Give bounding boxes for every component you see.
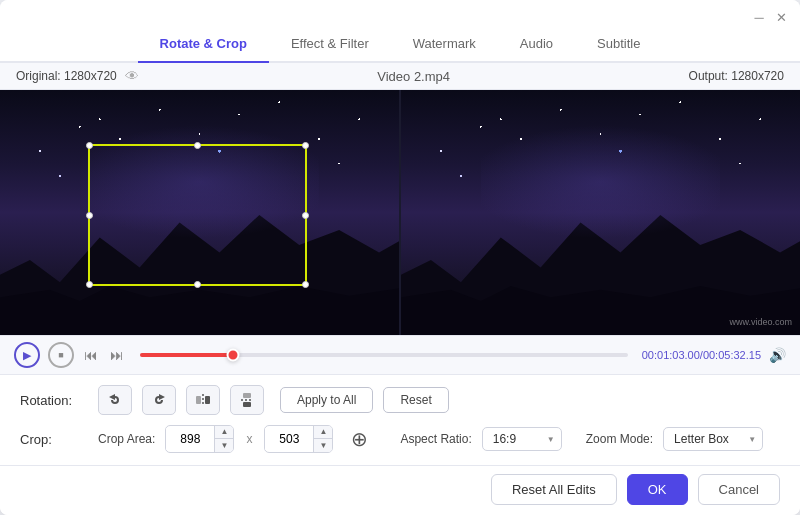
close-button[interactable]: ✕ <box>774 10 788 24</box>
tab-effect-filter[interactable]: Effect & Filter <box>269 28 391 63</box>
original-label: Original: 1280x720 <box>16 69 117 83</box>
crop-height-down-button[interactable]: ▼ <box>314 439 332 452</box>
crop-label: Crop: <box>20 432 88 447</box>
tabs-bar: Rotate & Crop Effect & Filter Watermark … <box>0 28 800 63</box>
apply-to-all-button[interactable]: Apply to All <box>280 387 373 413</box>
rotation-row: Rotation: <box>20 385 780 415</box>
reset-all-edits-button[interactable]: Reset All Edits <box>491 474 617 505</box>
cancel-button[interactable]: Cancel <box>698 474 780 505</box>
crop-width-spinners: ▲ ▼ <box>214 426 233 452</box>
tab-audio[interactable]: Audio <box>498 28 575 63</box>
output-label: Output: 1280x720 <box>689 69 784 83</box>
progress-track[interactable] <box>140 353 628 357</box>
x-separator: x <box>246 432 252 446</box>
flip-vertical-button[interactable] <box>230 385 264 415</box>
info-bar: Original: 1280x720 👁 Video 2.mp4 Output:… <box>0 63 800 90</box>
crop-area-label: Crop Area: <box>98 432 155 446</box>
svg-rect-5 <box>205 396 210 404</box>
rotate-right-button[interactable] <box>142 385 176 415</box>
time-display: 00:01:03.00/00:05:32.15 <box>642 349 761 361</box>
skip-forward-button[interactable]: ⏭ <box>108 347 126 363</box>
title-bar: ─ ✕ <box>0 0 800 28</box>
watermark-text: www.video.com <box>729 317 792 327</box>
playback-bar: ▶ ■ ⏮ ⏭ 00:01:03.00/00:05:32.15 🔊 <box>0 335 800 374</box>
svg-rect-4 <box>196 396 201 404</box>
crop-height-up-button[interactable]: ▲ <box>314 426 332 439</box>
svg-rect-7 <box>243 393 251 398</box>
ok-button[interactable]: OK <box>627 474 688 505</box>
crop-width-up-button[interactable]: ▲ <box>215 426 233 439</box>
aspect-ratio-select[interactable]: 16:9 4:3 1:1 9:16 Free <box>482 427 562 451</box>
window-controls: ─ ✕ <box>752 10 788 24</box>
mountain-silhouette-right <box>401 200 800 335</box>
crop-width-input-group: ▲ ▼ <box>165 425 234 453</box>
preview-left <box>0 90 399 335</box>
mountain-silhouette <box>0 200 399 335</box>
zoom-mode-select[interactable]: Letter Box Pan & Scan Full Screen <box>663 427 763 451</box>
tab-rotate-crop[interactable]: Rotate & Crop <box>138 28 269 63</box>
crop-width-down-button[interactable]: ▼ <box>215 439 233 452</box>
zoom-mode-select-wrapper: Letter Box Pan & Scan Full Screen <box>663 427 763 451</box>
flip-horizontal-button[interactable] <box>186 385 220 415</box>
aspect-ratio-select-wrapper: 16:9 4:3 1:1 9:16 Free <box>482 427 562 451</box>
volume-icon[interactable]: 🔊 <box>769 347 786 363</box>
crop-height-input-group: ▲ ▼ <box>264 425 333 453</box>
crop-height-input[interactable] <box>265 428 313 450</box>
reset-button[interactable]: Reset <box>383 387 448 413</box>
crosshair-icon: ⊕ <box>351 427 368 451</box>
svg-rect-8 <box>243 402 251 407</box>
original-info: Original: 1280x720 👁 <box>16 68 139 84</box>
tab-watermark[interactable]: Watermark <box>391 28 498 63</box>
eye-icon[interactable]: 👁 <box>125 68 139 84</box>
play-button[interactable]: ▶ <box>14 342 40 368</box>
preview-right: www.video.com <box>401 90 800 335</box>
minimize-button[interactable]: ─ <box>752 10 766 24</box>
rotate-left-button[interactable] <box>98 385 132 415</box>
aspect-ratio-label: Aspect Ratio: <box>400 432 471 446</box>
footer-bar: Reset All Edits OK Cancel <box>0 465 800 515</box>
progress-fill <box>140 353 233 357</box>
zoom-mode-label: Zoom Mode: <box>586 432 653 446</box>
rotation-label: Rotation: <box>20 393 88 408</box>
controls-area: Rotation: <box>0 374 800 465</box>
preview-area: www.video.com <box>0 90 800 335</box>
stop-button[interactable]: ■ <box>48 342 74 368</box>
crop-width-input[interactable] <box>166 428 214 450</box>
skip-back-button[interactable]: ⏮ <box>82 347 100 363</box>
main-window: ─ ✕ Rotate & Crop Effect & Filter Waterm… <box>0 0 800 515</box>
progress-thumb[interactable] <box>226 349 239 362</box>
crop-height-spinners: ▲ ▼ <box>313 426 332 452</box>
crop-row: Crop: Crop Area: ▲ ▼ x ▲ ▼ ⊕ Aspect Rati… <box>20 425 780 453</box>
filename-label: Video 2.mp4 <box>377 69 450 84</box>
tab-subtitle[interactable]: Subtitle <box>575 28 662 63</box>
